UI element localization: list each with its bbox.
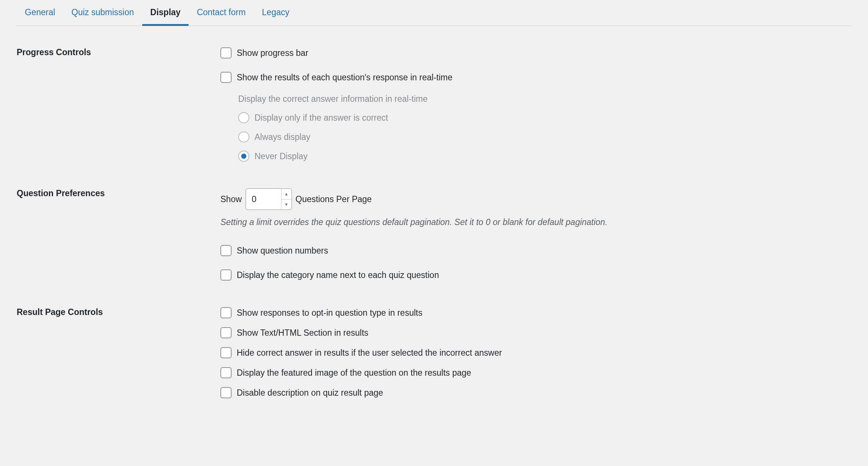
qpp-show-suffix: Questions Per Page	[296, 194, 372, 204]
realtime-answer-subblock: Display the correct answer information i…	[220, 94, 851, 162]
settings-tabs: General Quiz submission Display Contact …	[17, 0, 851, 26]
disable-description-checkbox[interactable]	[220, 387, 232, 398]
show-progress-bar-checkbox[interactable]	[220, 47, 232, 58]
tab-general[interactable]: General	[17, 0, 63, 26]
realtime-never-radio[interactable]	[238, 151, 249, 162]
questions-per-page-value: 0	[252, 194, 257, 204]
disable-description-label: Disable description on quiz result page	[237, 388, 383, 398]
stepper-down-icon[interactable]: ▼	[282, 200, 292, 210]
qpp-show-prefix: Show	[220, 194, 242, 204]
tab-legacy[interactable]: Legacy	[254, 0, 297, 26]
show-optin-responses-label: Show responses to opt-in question type i…	[237, 308, 422, 318]
progress-controls-heading: Progress Controls	[17, 47, 220, 162]
display-featured-image-label: Display the featured image of the questi…	[237, 368, 471, 378]
display-category-name-checkbox[interactable]	[220, 269, 232, 281]
tab-quiz-submission[interactable]: Quiz submission	[63, 0, 142, 26]
realtime-always-label: Always display	[255, 132, 310, 142]
show-results-realtime-checkbox[interactable]	[220, 72, 232, 83]
questions-per-page-input[interactable]: 0 ▲ ▼	[246, 188, 292, 210]
show-question-numbers-label: Show question numbers	[237, 246, 328, 256]
show-text-html-checkbox[interactable]	[220, 327, 232, 338]
show-optin-responses-checkbox[interactable]	[220, 307, 232, 318]
hide-correct-if-wrong-checkbox[interactable]	[220, 347, 232, 358]
realtime-only-correct-label: Display only if the answer is correct	[255, 113, 388, 123]
tab-contact-form[interactable]: Contact form	[189, 0, 254, 26]
display-category-name-label: Display the category name next to each q…	[237, 270, 439, 280]
realtime-always-radio[interactable]	[238, 131, 249, 143]
hide-correct-if-wrong-label: Hide correct answer in results if the us…	[237, 348, 502, 358]
qpp-hint: Setting a limit overrides the quiz quest…	[220, 217, 851, 227]
realtime-never-label: Never Display	[255, 151, 307, 161]
tab-display[interactable]: Display	[142, 0, 189, 26]
result-page-controls-heading: Result Page Controls	[17, 307, 220, 398]
realtime-only-correct-radio[interactable]	[238, 112, 249, 123]
display-featured-image-checkbox[interactable]	[220, 367, 232, 378]
show-text-html-label: Show Text/HTML Section in results	[237, 328, 368, 338]
stepper-up-icon[interactable]: ▲	[282, 189, 292, 200]
show-question-numbers-checkbox[interactable]	[220, 245, 232, 256]
show-results-realtime-label: Show the results of each question's resp…	[237, 73, 452, 83]
show-progress-bar-label: Show progress bar	[237, 48, 308, 58]
question-preferences-heading: Question Preferences	[17, 188, 220, 281]
realtime-answer-caption: Display the correct answer information i…	[238, 94, 851, 104]
